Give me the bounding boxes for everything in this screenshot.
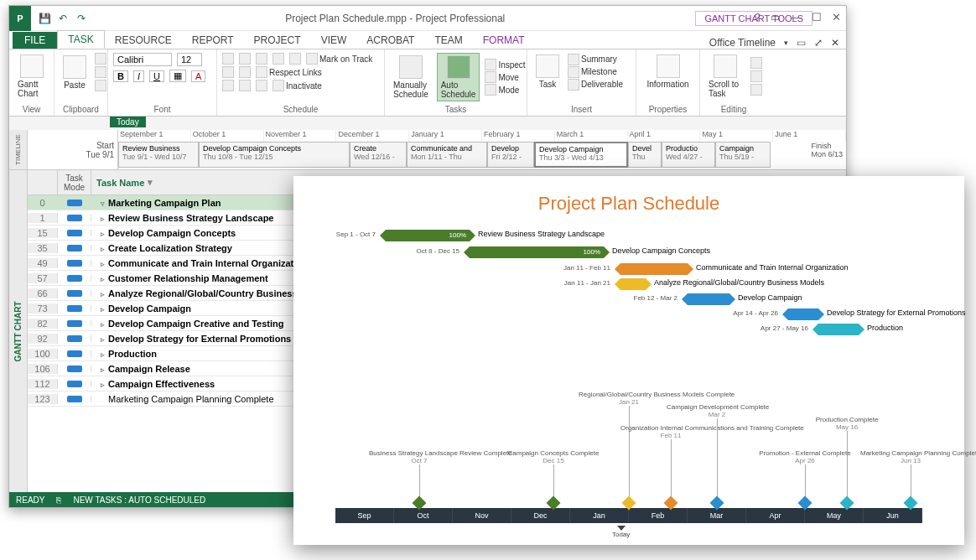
inactivate-button[interactable]: Inactivate (273, 80, 322, 91)
mode-button[interactable]: Mode (485, 84, 525, 96)
font-name-select[interactable] (113, 53, 172, 66)
fill-icon[interactable] (750, 84, 762, 96)
month-label: January 1 (409, 130, 482, 142)
axis-month: Dec (511, 508, 570, 523)
pct75-button[interactable] (273, 53, 284, 65)
mode-icon (67, 335, 82, 342)
month-label: March 1 (555, 130, 628, 142)
milestone-button[interactable]: Milestone (568, 66, 623, 78)
maximize-icon[interactable]: ☐ (812, 11, 822, 23)
cut-icon[interactable] (95, 53, 106, 65)
milestone: Campaign Development CompleteMar 2 (667, 403, 767, 508)
outdent-button[interactable] (222, 66, 234, 78)
timeline-block[interactable]: CampaignThu 5/19 - (715, 142, 771, 168)
gantt-bar: 100%Develop Campaign ConceptsOct 8 - Dec… (470, 246, 604, 258)
redo-icon[interactable]: ↷ (75, 12, 88, 25)
timeline-block[interactable]: Develop Campaign ConceptsThu 10/8 - Tue … (199, 142, 350, 168)
format-painter-icon[interactable] (95, 80, 106, 91)
italic-button[interactable]: I (133, 70, 144, 82)
gantt-bar: Develop CampaignFeb 12 - Mar 2 (688, 293, 729, 305)
ribbon: Gantt Chart View Paste Clipboard B I (9, 49, 846, 117)
gantt-side-label: GANTT CHART (13, 301, 23, 361)
axis-month: Oct (394, 508, 453, 523)
mark-on-track-button[interactable]: Mark on Track (306, 53, 372, 65)
deliverable-button[interactable]: Deliverable (568, 79, 623, 91)
group-view-label: View (14, 103, 49, 116)
link-button[interactable] (222, 80, 234, 91)
timeline-block[interactable]: DevelThu (628, 142, 662, 168)
tab-view[interactable]: VIEW (311, 32, 357, 49)
tab-project[interactable]: PROJECT (244, 32, 311, 49)
pct100-button[interactable] (289, 53, 301, 65)
today-flag: Today (110, 117, 146, 127)
clear-icon[interactable] (750, 70, 762, 82)
unlink-button[interactable] (239, 80, 251, 91)
timeline-block[interactable]: Develop CampaignThu 3/3 - Wed 4/13 (534, 142, 628, 168)
office-timeline-button[interactable]: Office Timeline (709, 37, 776, 49)
ribbon-collapse-icon[interactable]: ▭ (771, 11, 781, 23)
gantt-bar: Develop Strategy for External Promotions… (788, 309, 818, 320)
tab-task[interactable]: TASK (57, 30, 104, 49)
group-editing-label: Editing (705, 103, 762, 116)
information-button[interactable]: Information (641, 53, 694, 91)
manually-schedule-button[interactable]: Manually Schedule (390, 54, 432, 101)
slide-title: Project Plan Schedule (319, 193, 939, 215)
help-icon[interactable]: ? (755, 11, 761, 23)
bold-button[interactable]: B (113, 70, 128, 82)
gantt-chart-button[interactable]: Gantt Chart (14, 53, 49, 100)
pct25-button[interactable] (239, 53, 251, 65)
mode-icon (67, 350, 82, 357)
minimize-icon[interactable]: — (791, 11, 802, 23)
move-button[interactable]: Move (485, 71, 525, 83)
undo-icon[interactable]: ↶ (56, 12, 70, 25)
copy-icon[interactable] (95, 66, 106, 78)
bgcolor-button[interactable]: ▦ (169, 70, 186, 82)
window-title: Project Plan Schedule.mpp - Project Prof… (95, 13, 695, 24)
timeline-block[interactable]: ProductioWed 4/27 - (662, 142, 715, 168)
status-ready: READY (16, 495, 44, 505)
timeline-block[interactable]: Review BusinessTue 9/1 - Wed 10/7 (118, 142, 199, 168)
inspect-button[interactable]: Inspect (485, 59, 525, 70)
status-mode-icon: ⎘ (56, 495, 61, 505)
col-task-mode[interactable]: Task Mode (58, 170, 91, 194)
ribbon-expand-icon[interactable]: ⤢ (814, 37, 823, 49)
gantt-bar: ProductionApr 27 - May 16 (818, 324, 859, 335)
chevron-down-icon[interactable]: ▾ (784, 39, 788, 47)
pct50-button[interactable] (256, 53, 267, 65)
tab-format[interactable]: FORMAT (473, 32, 535, 49)
paste-button[interactable]: Paste (60, 54, 90, 91)
tab-acrobat[interactable]: ACROBAT (356, 32, 424, 49)
timeline-slide: Project Plan Schedule SepOctNovDecJanFeb… (293, 176, 964, 545)
mode-icon (67, 396, 82, 402)
titlebar: P 💾 ↶ ↷ Project Plan Schedule.mpp - Proj… (9, 6, 846, 31)
font-size-select[interactable] (177, 53, 202, 66)
close-icon[interactable]: ✕ (832, 11, 841, 23)
indent-button[interactable] (239, 66, 251, 78)
tab-team[interactable]: TEAM (424, 32, 472, 49)
summary-button[interactable]: Summary (568, 54, 623, 65)
save-icon[interactable]: 💾 (38, 12, 51, 25)
underline-button[interactable]: U (149, 70, 164, 82)
tab-file[interactable]: FILE (13, 32, 57, 49)
axis-month: Sep (335, 508, 394, 523)
mode-icon (67, 275, 82, 282)
tab-resource[interactable]: RESOURCE (105, 32, 182, 49)
timeline-block[interactable]: Communicate andMon 1/11 - Thu (407, 142, 487, 168)
split-button[interactable] (256, 80, 267, 91)
pct0-button[interactable] (222, 53, 234, 65)
task-button[interactable]: Task (532, 53, 563, 91)
ribbon-min-icon[interactable]: ▭ (797, 37, 806, 49)
auto-schedule-button[interactable]: Auto Schedule (437, 53, 480, 101)
find-icon[interactable] (750, 57, 762, 69)
timeline-block[interactable]: DevelopFri 2/12 - (487, 142, 534, 168)
respect-links-button[interactable]: Respect Links (256, 66, 322, 78)
timeline-block[interactable]: CreateWed 12/16 - (350, 142, 407, 168)
tab-report[interactable]: REPORT (182, 32, 244, 49)
col-task-name[interactable]: Task Name (96, 178, 144, 188)
timeline-side-label: TIMELINE (14, 134, 22, 165)
scroll-to-task-button[interactable]: Scroll to Task (705, 53, 745, 100)
slide-today-flag: Today (612, 526, 630, 538)
today-bar: Today (9, 117, 846, 130)
fontcolor-button[interactable]: A (191, 70, 205, 82)
doc-close-icon[interactable]: ✕ (831, 37, 839, 49)
